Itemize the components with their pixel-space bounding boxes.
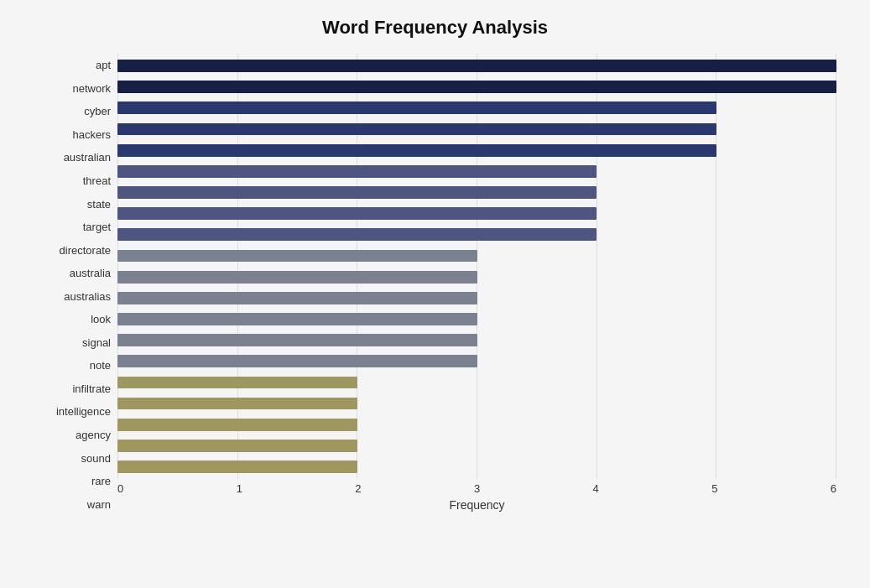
bar [117,228,596,241]
bar-row [117,245,836,266]
bar [117,334,477,346]
bar-row [117,161,836,182]
bar [117,81,836,93]
bar [117,419,357,431]
bar [117,60,836,72]
x-tick: 5 [711,482,717,495]
bar [117,250,477,263]
bar [117,355,477,367]
y-label: intelligence [34,406,111,417]
bar-row [117,393,836,414]
bar-row [117,288,836,309]
bar-row [117,224,836,245]
bar [117,186,596,199]
y-label: agency [34,429,111,440]
y-label: directorate [34,245,111,256]
bar-row [117,414,836,435]
y-axis-labels: aptnetworkcyberhackersaustralianthreatst… [34,54,117,516]
bar [117,165,596,178]
bar-row [117,267,836,288]
bar [117,101,716,114]
x-tick: 3 [474,482,480,495]
x-tick: 2 [355,482,361,495]
bar [117,440,357,452]
y-label: australian [34,152,111,163]
chart-area: aptnetworkcyberhackersaustralianthreatst… [34,54,836,516]
bars-and-grid: 0123456 Frequency [117,54,836,516]
bar-row [117,351,836,372]
y-label: apt [34,60,111,70]
bar-row [117,372,836,393]
bar-row [117,140,836,161]
bar [117,271,477,284]
bar [117,313,477,325]
bar [117,292,477,304]
y-label: target [34,221,111,232]
bar-row [117,182,836,203]
y-label: threat [34,175,111,186]
y-label: australias [34,291,111,302]
y-label: network [34,83,111,94]
bar-row [117,203,836,224]
bar [117,123,716,136]
bar-row [117,456,836,477]
chart-container: Word Frequency Analysis aptnetworkcyberh… [0,0,870,588]
x-tick: 6 [831,482,836,495]
y-label: note [34,360,111,371]
x-axis-label: Frequency [117,498,836,512]
grid-and-bars [117,54,836,479]
x-ticks: 0123456 [117,482,836,495]
chart-title: Word Frequency Analysis [34,17,836,39]
bar [117,461,357,473]
y-label: rare [34,476,111,487]
y-label: look [34,314,111,325]
bar-row [117,435,836,456]
y-label: australia [34,268,111,278]
y-label: hackers [34,129,111,140]
bar-row [117,97,836,118]
y-label: sound [34,453,111,464]
bar [117,398,357,410]
y-label: warn [34,499,111,510]
y-label: state [34,199,111,210]
bar-row [117,55,836,76]
bar-row [117,118,836,139]
bar [117,144,716,157]
bar-row [117,76,836,97]
y-label: cyber [34,106,111,117]
y-label: signal [34,337,111,348]
bar-row [117,309,836,330]
x-tick: 0 [117,482,123,495]
y-label: infiltrate [34,383,111,394]
x-axis: 0123456 Frequency [117,482,836,516]
bar [117,207,596,220]
bars-wrapper [117,54,836,479]
bar [117,377,357,389]
x-tick: 4 [593,482,599,495]
x-tick: 1 [237,482,242,495]
bar-row [117,330,836,351]
